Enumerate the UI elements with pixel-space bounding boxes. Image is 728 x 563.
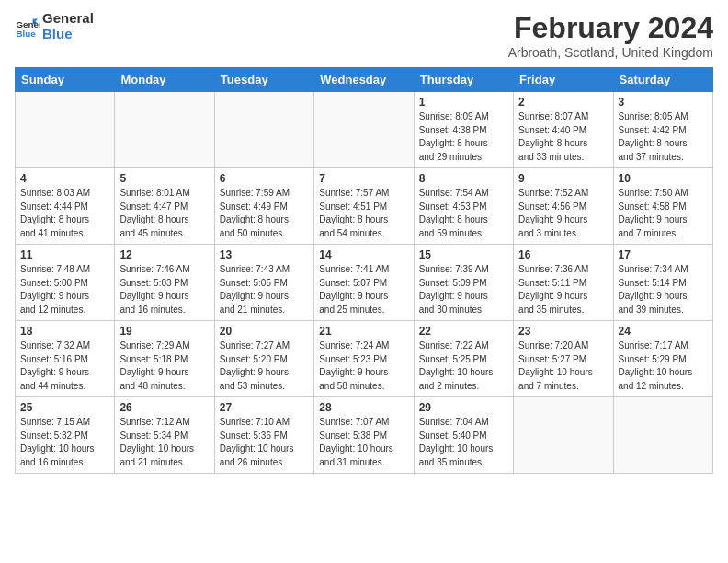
calendar-cell: 28Sunrise: 7:07 AM Sunset: 5:38 PM Dayli… <box>314 397 414 474</box>
day-info: Sunrise: 7:50 AM Sunset: 4:58 PM Dayligh… <box>619 187 708 240</box>
header-thursday: Thursday <box>414 68 513 92</box>
day-info: Sunrise: 7:57 AM Sunset: 4:51 PM Dayligh… <box>319 187 408 240</box>
day-info: Sunrise: 7:34 AM Sunset: 5:14 PM Dayligh… <box>619 263 708 316</box>
location: Arbroath, Scotland, United Kingdom <box>508 45 713 60</box>
calendar-cell: 3Sunrise: 8:05 AM Sunset: 4:42 PM Daylig… <box>613 92 712 168</box>
day-info: Sunrise: 8:05 AM Sunset: 4:42 PM Dayligh… <box>619 110 708 164</box>
logo-line2: Blue <box>42 27 94 42</box>
day-number: 8 <box>419 172 508 185</box>
calendar-header-row: Sunday Monday Tuesday Wednesday Thursday… <box>16 68 713 92</box>
day-number: 21 <box>319 325 408 338</box>
day-info: Sunrise: 7:54 AM Sunset: 4:53 PM Dayligh… <box>419 187 508 240</box>
day-info: Sunrise: 7:12 AM Sunset: 5:34 PM Dayligh… <box>119 416 209 469</box>
page: General Blue General Blue February 2024 … <box>0 0 728 563</box>
day-number: 10 <box>619 172 708 185</box>
calendar-cell: 9Sunrise: 7:52 AM Sunset: 4:56 PM Daylig… <box>514 168 613 245</box>
day-info: Sunrise: 8:09 AM Sunset: 4:38 PM Dayligh… <box>419 110 508 164</box>
calendar-cell: 11Sunrise: 7:48 AM Sunset: 5:00 PM Dayli… <box>16 245 115 321</box>
day-number: 16 <box>518 248 608 261</box>
day-number: 18 <box>20 325 109 338</box>
day-info: Sunrise: 7:22 AM Sunset: 5:25 PM Dayligh… <box>419 339 508 393</box>
calendar-cell: 4Sunrise: 8:03 AM Sunset: 4:44 PM Daylig… <box>16 168 115 245</box>
calendar-body: 1Sunrise: 8:09 AM Sunset: 4:38 PM Daylig… <box>16 92 713 474</box>
header-sunday: Sunday <box>16 68 115 92</box>
calendar-cell: 14Sunrise: 7:41 AM Sunset: 5:07 PM Dayli… <box>314 245 414 321</box>
day-number: 2 <box>518 96 608 109</box>
day-info: Sunrise: 7:59 AM Sunset: 4:49 PM Dayligh… <box>220 187 309 240</box>
day-info: Sunrise: 8:01 AM Sunset: 4:47 PM Dayligh… <box>119 187 209 240</box>
calendar-cell: 19Sunrise: 7:29 AM Sunset: 5:18 PM Dayli… <box>115 321 214 397</box>
day-info: Sunrise: 7:39 AM Sunset: 5:09 PM Dayligh… <box>419 263 508 316</box>
day-info: Sunrise: 7:41 AM Sunset: 5:07 PM Dayligh… <box>319 263 408 316</box>
calendar-cell: 10Sunrise: 7:50 AM Sunset: 4:58 PM Dayli… <box>613 168 712 245</box>
calendar-week-1: 4Sunrise: 8:03 AM Sunset: 4:44 PM Daylig… <box>16 168 713 245</box>
day-number: 14 <box>319 248 408 261</box>
day-number: 12 <box>119 248 209 261</box>
day-info: Sunrise: 7:17 AM Sunset: 5:29 PM Dayligh… <box>619 339 708 393</box>
calendar-cell: 13Sunrise: 7:43 AM Sunset: 5:05 PM Dayli… <box>214 245 313 321</box>
calendar-cell: 1Sunrise: 8:09 AM Sunset: 4:38 PM Daylig… <box>414 92 513 168</box>
day-number: 23 <box>518 325 608 338</box>
header-saturday: Saturday <box>613 68 712 92</box>
title-block: February 2024 Arbroath, Scotland, United… <box>508 11 713 60</box>
day-number: 7 <box>319 172 408 185</box>
calendar-cell: 12Sunrise: 7:46 AM Sunset: 5:03 PM Dayli… <box>115 245 214 321</box>
header-friday: Friday <box>514 68 613 92</box>
day-info: Sunrise: 7:32 AM Sunset: 5:16 PM Dayligh… <box>20 339 109 393</box>
day-number: 6 <box>220 172 309 185</box>
calendar-cell: 27Sunrise: 7:10 AM Sunset: 5:36 PM Dayli… <box>214 397 313 474</box>
header-monday: Monday <box>115 68 214 92</box>
calendar-cell: 18Sunrise: 7:32 AM Sunset: 5:16 PM Dayli… <box>16 321 115 397</box>
day-info: Sunrise: 7:20 AM Sunset: 5:27 PM Dayligh… <box>518 339 608 393</box>
calendar-cell: 23Sunrise: 7:20 AM Sunset: 5:27 PM Dayli… <box>514 321 613 397</box>
calendar-cell: 17Sunrise: 7:34 AM Sunset: 5:14 PM Dayli… <box>613 245 712 321</box>
calendar-cell <box>314 92 414 168</box>
day-number: 15 <box>419 248 508 261</box>
day-info: Sunrise: 7:07 AM Sunset: 5:38 PM Dayligh… <box>319 416 408 469</box>
calendar-cell <box>115 92 214 168</box>
calendar-cell <box>514 397 613 474</box>
calendar-cell: 24Sunrise: 7:17 AM Sunset: 5:29 PM Dayli… <box>613 321 712 397</box>
calendar-week-4: 25Sunrise: 7:15 AM Sunset: 5:32 PM Dayli… <box>16 397 713 474</box>
day-number: 26 <box>119 401 209 414</box>
day-info: Sunrise: 7:10 AM Sunset: 5:36 PM Dayligh… <box>220 416 309 469</box>
logo: General Blue General Blue <box>15 11 94 41</box>
day-number: 24 <box>619 325 708 338</box>
day-number: 19 <box>119 325 209 338</box>
day-number: 9 <box>518 172 608 185</box>
day-number: 28 <box>319 401 408 414</box>
calendar-week-2: 11Sunrise: 7:48 AM Sunset: 5:00 PM Dayli… <box>16 245 713 321</box>
header-wednesday: Wednesday <box>314 68 414 92</box>
day-info: Sunrise: 7:36 AM Sunset: 5:11 PM Dayligh… <box>518 263 608 316</box>
day-number: 4 <box>20 172 109 185</box>
day-info: Sunrise: 7:27 AM Sunset: 5:20 PM Dayligh… <box>220 339 309 393</box>
calendar-cell: 25Sunrise: 7:15 AM Sunset: 5:32 PM Dayli… <box>16 397 115 474</box>
day-info: Sunrise: 8:03 AM Sunset: 4:44 PM Dayligh… <box>20 187 109 240</box>
calendar-cell: 7Sunrise: 7:57 AM Sunset: 4:51 PM Daylig… <box>314 168 414 245</box>
calendar-cell: 29Sunrise: 7:04 AM Sunset: 5:40 PM Dayli… <box>414 397 513 474</box>
day-info: Sunrise: 7:24 AM Sunset: 5:23 PM Dayligh… <box>319 339 408 393</box>
day-number: 1 <box>419 96 508 109</box>
day-number: 22 <box>419 325 508 338</box>
day-number: 27 <box>220 401 309 414</box>
day-number: 17 <box>619 248 708 261</box>
day-number: 13 <box>220 248 309 261</box>
calendar-cell: 16Sunrise: 7:36 AM Sunset: 5:11 PM Dayli… <box>514 245 613 321</box>
day-info: Sunrise: 7:48 AM Sunset: 5:00 PM Dayligh… <box>20 263 109 316</box>
calendar-cell <box>613 397 712 474</box>
day-info: Sunrise: 7:46 AM Sunset: 5:03 PM Dayligh… <box>119 263 209 316</box>
calendar-cell <box>214 92 313 168</box>
calendar-cell: 15Sunrise: 7:39 AM Sunset: 5:09 PM Dayli… <box>414 245 513 321</box>
calendar-week-3: 18Sunrise: 7:32 AM Sunset: 5:16 PM Dayli… <box>16 321 713 397</box>
day-info: Sunrise: 7:29 AM Sunset: 5:18 PM Dayligh… <box>119 339 209 393</box>
calendar-cell: 20Sunrise: 7:27 AM Sunset: 5:20 PM Dayli… <box>214 321 313 397</box>
calendar-cell: 26Sunrise: 7:12 AM Sunset: 5:34 PM Dayli… <box>115 397 214 474</box>
calendar-cell: 6Sunrise: 7:59 AM Sunset: 4:49 PM Daylig… <box>214 168 313 245</box>
calendar-cell: 8Sunrise: 7:54 AM Sunset: 4:53 PM Daylig… <box>414 168 513 245</box>
calendar-cell: 21Sunrise: 7:24 AM Sunset: 5:23 PM Dayli… <box>314 321 414 397</box>
header-tuesday: Tuesday <box>214 68 313 92</box>
day-info: Sunrise: 7:04 AM Sunset: 5:40 PM Dayligh… <box>419 416 508 469</box>
calendar: Sunday Monday Tuesday Wednesday Thursday… <box>15 67 713 474</box>
day-number: 29 <box>419 401 508 414</box>
month-title: February 2024 <box>508 11 713 45</box>
